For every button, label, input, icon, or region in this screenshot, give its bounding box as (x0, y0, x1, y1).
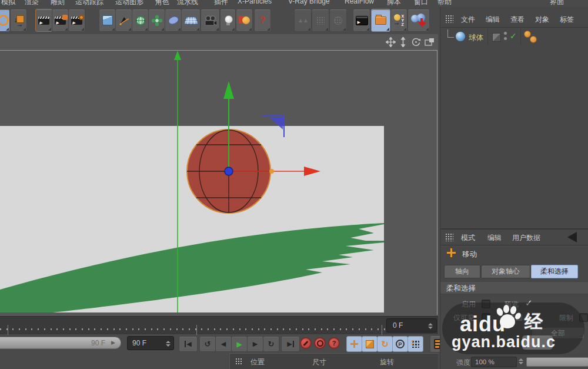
current-frame-stepper[interactable] (428, 323, 433, 329)
strength-slider[interactable] (526, 357, 588, 367)
tab-axis[interactable]: 轴向 (444, 265, 480, 278)
sky-environment-button[interactable] (236, 9, 253, 32)
menu-realflow[interactable]: RealFlow (345, 0, 374, 5)
am-menu-mode[interactable]: 模式 (461, 233, 475, 243)
key-parameter-toggle[interactable]: P (392, 336, 408, 352)
play-button[interactable]: ▶ (231, 336, 248, 352)
menu-script[interactable]: 脚本 (387, 0, 401, 6)
menu-xparticles[interactable]: X-Particles (238, 0, 272, 5)
autokey-button[interactable] (314, 337, 326, 349)
timeline-range-slider[interactable]: 90 F ▶ (0, 337, 121, 349)
light-button[interactable] (220, 9, 236, 32)
am-back-arrow[interactable] (567, 232, 577, 242)
am-menu-userdata[interactable]: 用户数据 (512, 233, 540, 243)
layer-toggle[interactable] (492, 33, 501, 42)
menu-pipeline[interactable]: 流水线 (177, 0, 198, 6)
menu-interface[interactable]: 界面 (550, 0, 564, 6)
prev-frame-button[interactable]: ◀ (215, 336, 232, 352)
key-rotation-toggle[interactable]: ↻ (377, 336, 393, 352)
timeline-window-button[interactable]: ▶ (353, 9, 370, 32)
om-menu-edit[interactable]: 编辑 (486, 15, 500, 25)
key-pla-toggle[interactable] (407, 336, 423, 352)
end-frame-field[interactable]: 90 F (127, 336, 174, 350)
menu-render[interactable]: 渲染 (25, 0, 39, 6)
visibility-dot-bottom[interactable] (504, 37, 507, 40)
render-view-button[interactable]: ▶ (35, 9, 52, 32)
timeline-ruler[interactable]: 30 35 40 45 50 55 60 65 70 75 80 85 90 0… (0, 316, 438, 334)
next-key-button[interactable]: ↻ (263, 336, 279, 352)
range-end-label: 90 F (91, 339, 105, 347)
floor-environment-button[interactable] (181, 9, 201, 32)
om-menu-object[interactable]: 对象 (535, 15, 549, 25)
am-menu-edit[interactable]: 编辑 (487, 233, 502, 243)
key-scale-toggle[interactable] (362, 336, 377, 352)
coordinates-grip[interactable] (235, 358, 243, 365)
om-menu-tags[interactable]: 标签 (560, 15, 574, 25)
texture-tag-icon-2[interactable] (530, 36, 537, 43)
add-cube-button[interactable] (99, 9, 116, 32)
plugin-dynamics-button[interactable] (407, 9, 430, 32)
keyframe-selection-button[interactable]: ? (328, 337, 340, 349)
model-mode-button[interactable] (312, 9, 329, 32)
menu-vray-bridge[interactable]: V-Ray Bridge (288, 0, 330, 5)
help-button[interactable]: ? (254, 9, 271, 32)
deformer-button[interactable] (148, 9, 165, 32)
visibility-dot-top[interactable] (504, 32, 507, 35)
move-tool-button[interactable]: ↓ → (10, 9, 27, 32)
menu-motion-tracker[interactable]: 运动跟踪 (75, 0, 103, 6)
folder-icon (375, 16, 386, 25)
menu-plugins[interactable]: 插件 (214, 0, 228, 6)
texture-mode-button[interactable] (329, 9, 347, 32)
goto-end-button[interactable]: ▶ (281, 336, 300, 352)
position-icon (350, 340, 358, 348)
menu-mograph[interactable]: 运动图形 (115, 0, 143, 6)
menu-character[interactable]: 角色 (155, 0, 169, 6)
pen-icon (118, 15, 130, 26)
prev-key-button[interactable]: ↺ (199, 336, 216, 352)
next-frame-button[interactable]: ▶ (247, 336, 263, 352)
enabled-check-icon[interactable]: ✓ (510, 31, 517, 41)
coordinates-manager-button[interactable]: → XYZ (390, 9, 407, 32)
current-frame-field[interactable]: 0 F (386, 318, 437, 333)
strength-stepper[interactable] (519, 358, 523, 364)
record-keyframe-button[interactable] (300, 337, 312, 349)
menu-window[interactable]: 窗口 (414, 0, 428, 6)
key-position-toggle[interactable] (346, 336, 362, 352)
subdivision-surface-button[interactable] (132, 9, 149, 32)
blue-spheres-icon (411, 14, 426, 28)
spline-primitive-button[interactable] (165, 9, 182, 32)
points-ring-icon (334, 16, 342, 25)
strength-field[interactable]: 100 % (471, 357, 517, 367)
menu-help[interactable]: 帮助 (437, 0, 452, 6)
key-icon (303, 340, 308, 345)
camera-button[interactable] (201, 9, 220, 32)
c4d-window: 模拟 渲染 雕刻 运动跟踪 运动图形 角色 流水线 插件 X-Particles… (0, 0, 588, 369)
soft-selection-section-header[interactable]: 柔和选择 (440, 281, 588, 294)
watermark-brand-suffix: 经 (524, 310, 543, 334)
om-menu-file[interactable]: 文件 (461, 15, 475, 25)
object-manager-grip[interactable] (445, 15, 453, 23)
menu-simulate[interactable]: 模拟 (1, 0, 15, 6)
attribute-manager-grip[interactable] (445, 233, 453, 241)
tab-soft-selection[interactable]: 柔和选择 (531, 265, 578, 278)
viewport[interactable] (0, 34, 438, 316)
spline-pen-button[interactable] (115, 9, 132, 32)
make-editable-icon: ▲▲ (298, 17, 308, 24)
menu-sculpt[interactable]: 雕刻 (51, 0, 65, 6)
texture-tag-icon[interactable] (524, 31, 531, 38)
tab-object-axis[interactable]: 对象轴心 (481, 265, 530, 278)
end-frame-stepper[interactable] (166, 341, 171, 347)
object-row-sphere[interactable]: 球体 ✓ (440, 29, 588, 45)
goto-start-button[interactable]: ◀ (179, 336, 198, 352)
bean-icon (167, 15, 180, 26)
render-picture-viewer-button[interactable]: ▶ (52, 9, 69, 32)
live-selection-button[interactable] (0, 9, 10, 32)
tree-elbow[interactable] (447, 29, 454, 38)
content-browser-button[interactable] (371, 9, 390, 32)
om-menu-view[interactable]: 查看 (510, 15, 524, 25)
sphere-object-icon (456, 32, 465, 41)
watermark-url: gyan.baidu.c (452, 333, 556, 351)
object-name[interactable]: 球体 (469, 33, 483, 43)
render-settings-button[interactable]: ▶ (68, 9, 85, 32)
make-editable-button[interactable]: ▲▲ (294, 9, 312, 32)
